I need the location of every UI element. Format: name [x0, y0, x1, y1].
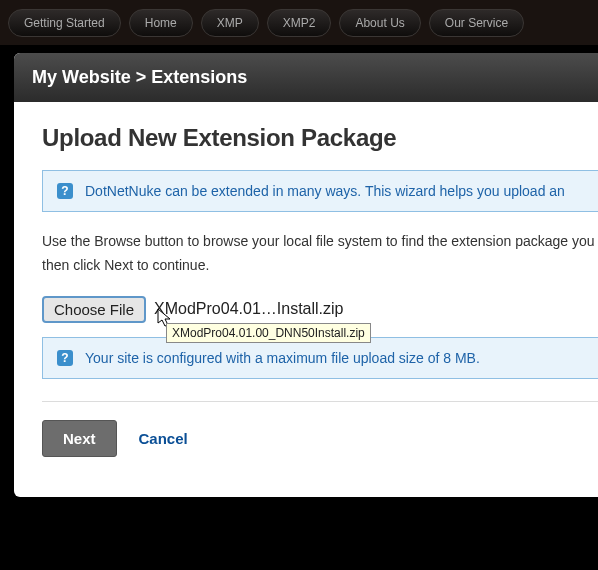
- separator: [42, 401, 598, 402]
- info-box-maxsize: ? Your site is configured with a maximum…: [42, 337, 598, 379]
- nav-tab-about-us[interactable]: About Us: [339, 9, 420, 37]
- info-text-intro: DotNetNuke can be extended in many ways.…: [85, 183, 565, 199]
- breadcrumb: My Website > Extensions: [14, 53, 598, 102]
- nav-tab-xmp[interactable]: XMP: [201, 9, 259, 37]
- main-panel: My Website > Extensions Upload New Exten…: [14, 53, 598, 497]
- nav-tab-xmp2[interactable]: XMP2: [267, 9, 332, 37]
- file-chooser-row: Choose File XModPro04.01…Install.zip XMo…: [42, 296, 598, 323]
- action-row: Next Cancel: [42, 420, 598, 457]
- info-icon: ?: [57, 183, 73, 199]
- info-box-intro: ? DotNetNuke can be extended in many way…: [42, 170, 598, 212]
- next-button[interactable]: Next: [42, 420, 117, 457]
- page-title: Upload New Extension Package: [42, 124, 598, 152]
- nav-tab-our-service[interactable]: Our Service: [429, 9, 524, 37]
- panel-body: Upload New Extension Package ? DotNetNuk…: [14, 102, 598, 497]
- info-icon: ?: [57, 350, 73, 366]
- cancel-link[interactable]: Cancel: [139, 430, 188, 447]
- nav-tab-getting-started[interactable]: Getting Started: [8, 9, 121, 37]
- choose-file-button[interactable]: Choose File: [42, 296, 146, 323]
- selected-file-name: XModPro04.01…Install.zip: [154, 300, 343, 318]
- nav-tab-home[interactable]: Home: [129, 9, 193, 37]
- instruction-text: Use the Browse button to browse your loc…: [42, 230, 598, 278]
- info-text-maxsize: Your site is configured with a maximum f…: [85, 350, 480, 366]
- top-navigation: Getting Started Home XMP XMP2 About Us O…: [0, 0, 598, 45]
